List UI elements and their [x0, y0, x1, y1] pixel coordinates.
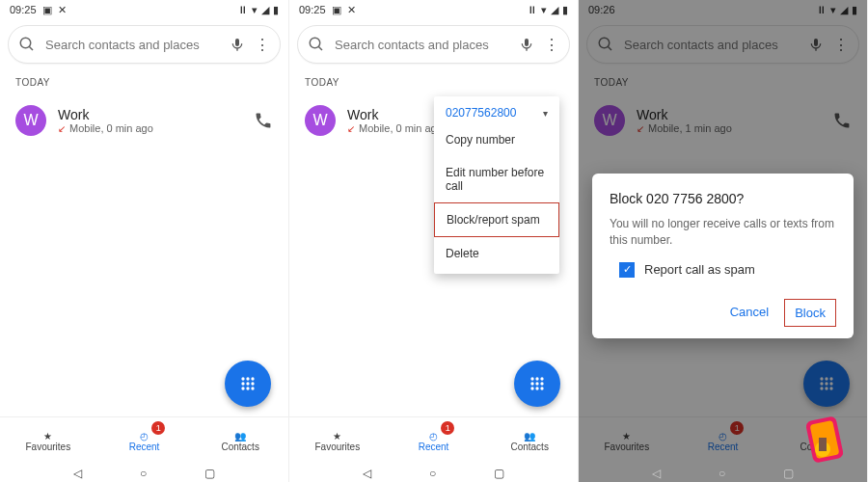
menu-block-spam[interactable]: Block/report spam [434, 202, 559, 237]
menu-copy-number[interactable]: Copy number [434, 123, 559, 156]
call-name: Work [58, 107, 242, 122]
missed-arrow-icon: ↙ [347, 123, 355, 134]
nav-recent[interactable]: 1 ◴ Recent [96, 417, 193, 465]
svg-point-9 [241, 387, 244, 389]
wifi-icon: ▾ [252, 4, 258, 16]
call-log-row[interactable]: W Work ↙Mobile, 0 min ago [0, 97, 288, 144]
nav-badge: 1 [151, 421, 165, 435]
svg-point-0 [20, 38, 31, 48]
block-dialog: Block 020 7756 2800? You will no longer … [592, 174, 854, 338]
svg-point-11 [251, 387, 254, 389]
dialog-title: Block 020 7756 2800? [610, 191, 836, 206]
svg-point-10 [246, 387, 249, 389]
recents-key[interactable]: ▢ [783, 467, 794, 480]
picture-icon: ▣ [42, 4, 52, 16]
status-bar: 09:25 ▣ ✕ ⏸ ▾ ◢ ▮ [0, 0, 288, 19]
search-icon [308, 36, 325, 53]
svg-point-19 [535, 382, 538, 385]
checkbox-checked-icon[interactable]: ✓ [619, 262, 635, 278]
svg-rect-14 [525, 39, 529, 46]
svg-line-1 [29, 46, 33, 50]
nav-label: Contacts [510, 442, 548, 452]
recents-key[interactable]: ▢ [204, 467, 215, 480]
report-spam-row[interactable]: ✓ Report call as spam [619, 262, 836, 278]
menu-edit-number[interactable]: Edit number before call [434, 156, 559, 202]
chevron-down-icon[interactable]: ▾ [543, 108, 548, 119]
status-bar: 09:25 ▣ ✕ ⏸ ▾ ◢ ▮ [289, 0, 578, 19]
nav-label: Favourites [314, 442, 360, 452]
nav-label: Favourites [25, 442, 70, 452]
search-bar[interactable]: Search contacts and places ⋮ [297, 25, 570, 64]
dialog-body: You will no longer receive calls or text… [610, 216, 836, 249]
home-key[interactable]: ○ [719, 467, 725, 480]
back-key[interactable]: ◁ [363, 467, 371, 480]
dialpad-fab[interactable] [225, 361, 271, 407]
bottom-nav: ★ Favourites 1 ◴ Recent 👥 Contacts [289, 416, 578, 465]
back-key[interactable]: ◁ [652, 467, 661, 480]
svg-point-21 [530, 387, 533, 389]
bottom-nav: ★ Favourites 1 ◴ Recent 👥 Contacts [0, 416, 288, 465]
call-sub: Mobile, 0 min ago [359, 122, 443, 134]
checkbox-label: Report call as spam [644, 262, 755, 277]
svg-point-18 [530, 382, 533, 385]
status-time: 09:25 [299, 4, 326, 15]
back-key[interactable]: ◁ [73, 467, 82, 480]
battery-icon: ▮ [273, 4, 279, 16]
nav-label: Recent [419, 442, 449, 452]
avatar[interactable]: W [305, 105, 336, 136]
menu-delete[interactable]: Delete [434, 237, 559, 270]
svg-line-13 [318, 46, 322, 50]
dialpad-fab[interactable] [514, 361, 560, 407]
vibrate-icon: ⏸ [237, 4, 248, 15]
dialpad-icon [238, 374, 258, 393]
menu-phone-number[interactable]: 02077562800 [446, 106, 516, 120]
svg-point-23 [540, 387, 543, 389]
search-bar[interactable]: Search contacts and places ⋮ [8, 25, 281, 64]
svg-rect-39 [819, 438, 827, 451]
phone-icon[interactable] [254, 111, 273, 130]
svg-point-20 [540, 382, 543, 385]
more-icon[interactable]: ⋮ [544, 36, 559, 54]
search-icon [18, 36, 36, 53]
clock-icon: ◴ [140, 431, 149, 442]
mic-icon[interactable] [519, 37, 534, 52]
call-sub: Mobile, 0 min ago [69, 122, 153, 134]
people-icon: 👥 [234, 431, 246, 442]
nav-favourites[interactable]: ★ Favourites [0, 417, 96, 465]
more-icon[interactable]: ⋮ [255, 36, 270, 54]
nav-favourites[interactable]: ★ Favourites [289, 417, 386, 465]
mic-icon[interactable] [230, 37, 245, 52]
nav-recent[interactable]: 1 ◴ Recent [386, 417, 482, 465]
screen-recents: 09:25 ▣ ✕ ⏸ ▾ ◢ ▮ Search contacts and pl… [0, 0, 289, 482]
dialpad-icon [528, 374, 547, 393]
svg-point-17 [540, 377, 543, 380]
missed-arrow-icon: ↙ [58, 123, 66, 134]
nav-badge: 1 [441, 421, 454, 435]
block-button[interactable]: Block [784, 299, 836, 327]
star-icon: ★ [43, 431, 52, 442]
svg-point-15 [530, 377, 533, 380]
signal-icon: ◢ [261, 4, 269, 16]
recents-key[interactable]: ▢ [494, 467, 504, 480]
wifi-icon: ▾ [541, 4, 547, 16]
call-info: Work ↙Mobile, 0 min ago [58, 107, 242, 134]
svg-point-5 [251, 377, 254, 380]
picture-icon: ▣ [332, 4, 341, 16]
missed-call-icon: ✕ [58, 4, 67, 16]
status-time: 09:25 [10, 4, 37, 15]
home-key[interactable]: ○ [140, 467, 147, 480]
svg-point-16 [535, 377, 538, 380]
screen-block-dialog: 09:26 ⏸ ▾ ◢ ▮ Search contacts and places… [579, 0, 868, 482]
watermark-logo [796, 411, 854, 469]
nav-contacts[interactable]: 👥 Contacts [192, 417, 288, 465]
nav-label: Contacts [221, 442, 258, 452]
cancel-button[interactable]: Cancel [720, 299, 778, 327]
search-placeholder: Search contacts and places [45, 38, 220, 52]
screen-context-menu: 09:25 ▣ ✕ ⏸ ▾ ◢ ▮ Search contacts and pl… [289, 0, 579, 482]
nav-label: Recent [129, 442, 160, 452]
nav-contacts[interactable]: 👥 Contacts [481, 417, 578, 465]
avatar[interactable]: W [15, 105, 46, 136]
signal-icon: ◢ [551, 4, 558, 16]
section-label: TODAY [15, 77, 288, 88]
home-key[interactable]: ○ [429, 467, 436, 480]
